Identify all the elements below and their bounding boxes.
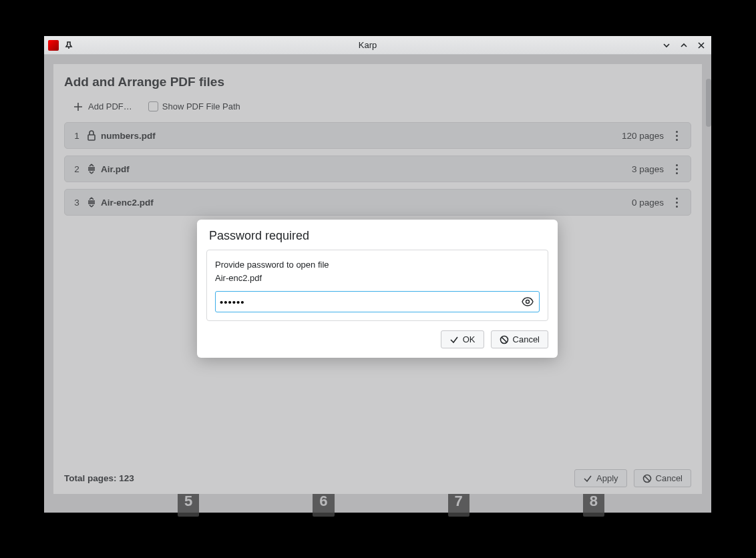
eye-icon xyxy=(522,296,534,308)
check-icon xyxy=(449,335,459,344)
app-icon xyxy=(48,40,59,51)
maximize-button[interactable] xyxy=(678,39,690,51)
reveal-password-button[interactable] xyxy=(520,294,535,309)
cancel-button[interactable]: Cancel xyxy=(491,330,548,348)
password-dialog-title: Password required xyxy=(206,229,548,243)
app-window: Karp 5 6 7 8 Add and Arrange PDF files xyxy=(44,36,711,513)
pin-icon[interactable] xyxy=(63,39,75,51)
password-dialog: Password required Provide password to op… xyxy=(197,220,558,358)
svg-point-2 xyxy=(526,300,530,304)
ok-button[interactable]: OK xyxy=(441,330,484,348)
password-prompt: Provide password to open file Air-enc2.p… xyxy=(215,258,540,284)
cancel-label: Cancel xyxy=(513,334,540,344)
window-title: Karp xyxy=(75,40,660,50)
ok-label: OK xyxy=(463,334,476,344)
close-button[interactable] xyxy=(695,39,707,51)
cancel-icon xyxy=(500,335,509,344)
password-input[interactable] xyxy=(220,296,520,308)
titlebar: Karp xyxy=(44,36,711,55)
minimize-button[interactable] xyxy=(660,39,673,51)
